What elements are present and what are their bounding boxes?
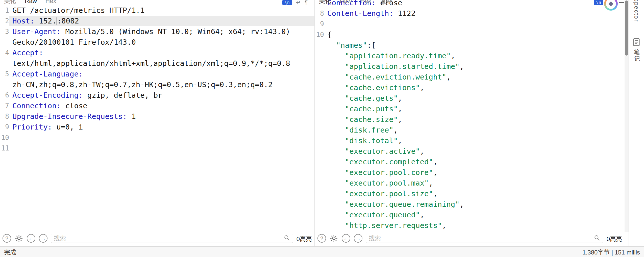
tab-Raw[interactable]: Raw xyxy=(25,0,37,5)
response-editor[interactable]: Connection: close8Content-Length: 112291… xyxy=(315,0,624,232)
request-panel: 美化RawHex \n ↵ ¶ 1GET /actuator/metrics H… xyxy=(0,0,315,246)
editor-split-view: 美化RawHex \n ↵ ¶ 1GET /actuator/metrics H… xyxy=(0,0,644,246)
pilcrow-icon[interactable]: ¶ xyxy=(305,0,308,5)
collapse-dash-icon[interactable] xyxy=(619,2,624,3)
line-number xyxy=(0,79,9,90)
line-number xyxy=(315,146,324,157)
line-number xyxy=(315,188,324,199)
code-line: "executor.pool.max", xyxy=(315,178,624,188)
line-number xyxy=(315,40,324,50)
line-number xyxy=(315,167,324,178)
tab-Raw[interactable]: Raw xyxy=(340,0,352,5)
tab-渲染[interactable]: 渲染 xyxy=(380,0,392,5)
line-number: 8 xyxy=(0,111,9,122)
line-number: 11 xyxy=(0,143,9,153)
request-search-toolbar: ? ← → 0高亮 xyxy=(3,232,312,244)
code-line: 4Accept: xyxy=(0,47,314,58)
search-input[interactable] xyxy=(369,235,594,242)
line-number: 10 xyxy=(315,29,324,40)
code-line: 6Accept-Encoding: gzip, deflate, br xyxy=(0,90,314,100)
code-line: "application.started.time", xyxy=(315,61,624,72)
tab-Hex[interactable]: Hex xyxy=(45,0,56,5)
code-line: zh-CN,zh;q=0.8,zh-TW;q=0.7,zh-HK;q=0.5,e… xyxy=(0,79,314,90)
code-line: "executor.pool.core", xyxy=(315,167,624,178)
code-line: 8Content-Length: 1122 xyxy=(315,8,624,19)
tab-notes[interactable]: 笔记 xyxy=(629,38,644,62)
app-logo-inner xyxy=(606,0,616,9)
tab-美化[interactable]: 美化 xyxy=(319,0,331,5)
line-number xyxy=(315,157,324,167)
status-bytes-time: 1,380字节 | 151 millis xyxy=(582,247,640,256)
response-tabbar: 美化RawHex渲染 \n xyxy=(315,0,629,5)
code-line: 2Host: 152.:8082 xyxy=(0,16,314,26)
notes-icon xyxy=(633,38,640,47)
code-line: 10{ xyxy=(315,29,624,40)
newline-badge-icon[interactable]: \n xyxy=(594,0,603,5)
line-number: 5 xyxy=(0,69,9,79)
code-line: "cache.puts", xyxy=(315,104,624,114)
help-icon[interactable]: ? xyxy=(317,234,326,243)
line-number: 7 xyxy=(0,100,9,111)
code-line: 3User-Agent: Mozilla/5.0 (Windows NT 10.… xyxy=(0,26,314,37)
line-number: 4 xyxy=(0,47,9,58)
code-line: 1GET /actuator/metrics HTTP/1.1 xyxy=(0,5,314,16)
highlight-count: 0高亮 xyxy=(296,234,312,243)
line-number xyxy=(315,114,324,125)
line-number xyxy=(315,104,324,114)
request-tabs: 美化RawHex xyxy=(4,0,314,5)
code-line: "cache.eviction.weight", xyxy=(315,72,624,82)
response-editor-icons: \n xyxy=(594,0,603,5)
prev-match-button[interactable]: ← xyxy=(27,234,35,243)
code-line: "application.ready.time", xyxy=(315,50,624,61)
request-editor[interactable]: 1GET /actuator/metrics HTTP/1.12Host: 15… xyxy=(0,5,314,232)
code-line: 5Accept-Language: xyxy=(0,69,314,79)
code-line: "cache.size", xyxy=(315,114,624,125)
next-match-button[interactable]: → xyxy=(354,234,362,243)
highlight-count: 0高亮 xyxy=(607,234,622,243)
line-number: 6 xyxy=(0,90,9,100)
code-line: Gecko/20100101 Firefox/143.0 xyxy=(0,37,314,47)
help-icon[interactable]: ? xyxy=(3,234,11,243)
request-search-box xyxy=(51,234,293,243)
line-number xyxy=(0,58,9,69)
code-line: "executor.active", xyxy=(315,146,624,157)
code-line: "executor.pool.size", xyxy=(315,188,624,199)
search-input[interactable] xyxy=(54,235,284,242)
sidebar-divider xyxy=(631,36,642,36)
request-editor-icons: \n ↵ ¶ xyxy=(282,0,308,5)
line-number: 2 xyxy=(0,16,9,26)
code-line: "executor.queue.remaining", xyxy=(315,199,624,210)
search-icon xyxy=(594,235,600,242)
code-line: "disk.free", xyxy=(315,125,624,135)
line-number xyxy=(315,125,324,135)
tab-美化[interactable]: 美化 xyxy=(4,0,16,5)
response-scrollbar[interactable] xyxy=(625,0,629,232)
line-number xyxy=(315,61,324,72)
next-match-button[interactable]: → xyxy=(39,234,47,243)
notes-label: 笔记 xyxy=(632,49,641,62)
line-number: 10 xyxy=(0,132,9,143)
response-tabs: 美化RawHex渲染 xyxy=(319,0,629,5)
code-line: 11 xyxy=(0,143,314,153)
settings-gear-icon[interactable] xyxy=(330,234,338,243)
tab-inspector[interactable]: spector xyxy=(633,0,640,22)
line-number xyxy=(315,199,324,210)
code-line: "executor.completed", xyxy=(315,157,624,167)
line-number: 8 xyxy=(315,8,324,19)
prev-match-button[interactable]: ← xyxy=(342,234,350,243)
line-number xyxy=(315,82,324,93)
code-line: "cache.gets", xyxy=(315,93,624,104)
code-line: "names":[ xyxy=(315,40,624,50)
settings-gear-icon[interactable] xyxy=(15,234,23,243)
line-number xyxy=(315,135,324,146)
response-search-toolbar: ? ← → 0高亮 xyxy=(317,232,622,244)
line-number xyxy=(0,37,9,47)
response-search-box xyxy=(366,234,603,243)
newline-badge-icon[interactable]: \n xyxy=(282,0,292,5)
code-line: 9 xyxy=(315,19,624,29)
status-bar: 完成 1,380字节 | 151 millis xyxy=(0,246,644,257)
tab-Hex[interactable]: Hex xyxy=(360,0,371,5)
line-number: 9 xyxy=(0,122,9,132)
scrollbar-thumb[interactable] xyxy=(625,1,628,56)
wrap-icon[interactable]: ↵ xyxy=(296,0,301,5)
